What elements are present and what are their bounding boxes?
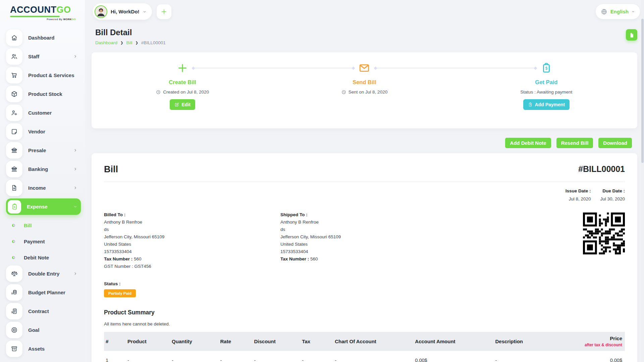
- billed-to-block: Billed To :Anthony B RenfroedsJefferson …: [104, 213, 280, 269]
- step-meta: Created on Jul 8, 2020: [92, 89, 273, 95]
- bank-icon: [6, 142, 22, 159]
- address-line: United States: [104, 242, 280, 247]
- price-note: after tax & discount: [558, 343, 622, 347]
- shipped-to-block: Shipped To :Anthony B RenfroedsJefferson…: [280, 213, 457, 269]
- avatar: [95, 5, 107, 18]
- chevron-right-icon: [73, 148, 77, 153]
- column-header-price: Priceafter tax & discount: [555, 332, 625, 351]
- sidebar-item-goal[interactable]: Goal: [6, 322, 81, 338]
- sidebar-item-label: Product & Services: [28, 72, 74, 78]
- issue-date-value: Jul 8, 2020: [566, 196, 591, 201]
- address-line: 15733533404: [280, 249, 457, 254]
- sidebar-item-double-entry[interactable]: Double Entry: [6, 265, 81, 282]
- due-date-value: Jul 30, 2020: [600, 196, 625, 201]
- sidebar-item-dashboard[interactable]: Dashboard: [6, 29, 81, 46]
- status-badge: Partialy Paid: [104, 289, 136, 297]
- sidebar-subitem-debit-note[interactable]: Debit Note: [6, 249, 85, 265]
- document-icon: [6, 180, 22, 196]
- button-label: Edit: [181, 102, 190, 107]
- svg-text:$: $: [530, 104, 531, 106]
- sidebar-subitem-label: Payment: [24, 239, 45, 244]
- bill-dates: Issue Date : Jul 8, 2020 Due Date : Jul …: [104, 188, 625, 201]
- breadcrumb: Dashboard❯Bill❯#BILL00001: [95, 40, 166, 45]
- user-menu[interactable]: Hi, WorkDo!: [93, 3, 152, 20]
- sidebar-subitem-label: Debit Note: [24, 255, 49, 260]
- button-label: Add Payment: [535, 102, 565, 107]
- resend-bill-button[interactable]: Resend Bill: [556, 138, 593, 148]
- svg-text:$: $: [11, 311, 13, 314]
- column-header-rate: Rate: [218, 332, 252, 351]
- sidebar-item-budget-planner[interactable]: $Budget Planner: [6, 284, 81, 301]
- document-icon: [629, 33, 634, 38]
- sidebar: ACCOUNTGO Powered By WORKDO DashboardSta…: [0, 0, 85, 362]
- sidebar-item-label: Goal: [28, 327, 39, 333]
- address-label: Shipped To :: [280, 213, 457, 217]
- sidebar-item-product-services[interactable]: Product & Services: [6, 67, 81, 83]
- cart-icon: [6, 67, 22, 83]
- sidebar-subitem-bill[interactable]: Bill: [6, 217, 85, 233]
- sidebar-item-banking[interactable]: Banking: [6, 161, 81, 177]
- divider: [104, 182, 625, 182]
- cell-product: -: [125, 351, 169, 362]
- chevron-down-icon: [631, 10, 635, 13]
- address-line: United States: [280, 242, 457, 247]
- edit-button[interactable]: Edit: [170, 99, 195, 110]
- app-logo[interactable]: ACCOUNTGO Powered By WORKDO: [0, 0, 85, 21]
- scales-icon: [6, 265, 22, 282]
- page-header: Bill Detail Dashboard❯Bill❯#BILL00001: [92, 28, 637, 45]
- note-icon: [6, 123, 22, 140]
- envelope-icon: [359, 62, 370, 74]
- cell-price: 0.00$: [555, 351, 625, 362]
- sidebar-item-income[interactable]: Income: [6, 180, 81, 196]
- address-labeled-line: Tax Number : 560: [104, 257, 280, 261]
- sidebar-item-label: Budget Planner: [28, 290, 65, 295]
- globe-icon: [601, 8, 607, 15]
- logo-powered-by: Powered By WORKDO: [10, 18, 76, 21]
- sidebar-item-label: Staff: [28, 54, 39, 59]
- plus-icon: [177, 62, 188, 74]
- step-title: Get Paid: [455, 79, 637, 85]
- sidebar-item-presale[interactable]: Presale: [6, 142, 81, 159]
- dollar-stack-icon: $: [6, 284, 22, 301]
- home-icon: [6, 29, 22, 46]
- sidebar-item-expense[interactable]: $Expense: [6, 198, 81, 215]
- breadcrumb-dashboard[interactable]: Dashboard: [95, 40, 117, 45]
- clipboard-dollar-icon: $: [528, 102, 533, 107]
- sidebar-item-product-stock[interactable]: Product Stock: [6, 86, 81, 102]
- status-label: Status :: [104, 281, 625, 286]
- sidebar-item-staff[interactable]: Staff: [6, 48, 81, 65]
- table-row: 1------0.00$-0.00$: [104, 351, 625, 362]
- breadcrumb-bill[interactable]: Bill: [126, 40, 132, 45]
- add-payment-button[interactable]: $Add Payment: [523, 99, 570, 110]
- plus-icon: [161, 8, 167, 15]
- cell-account-amount: 0.00$: [412, 351, 492, 362]
- column-header-quantity: Quantity: [169, 332, 217, 351]
- due-date-label: Due Date :: [600, 188, 625, 193]
- add-debit-note-button[interactable]: Add Debit Note: [505, 138, 551, 148]
- sidebar-item-vendor[interactable]: Vendor: [6, 123, 81, 140]
- sidebar-item-contract[interactable]: $Contract: [6, 303, 81, 319]
- logo-underline: [10, 16, 60, 17]
- chevron-down-icon: [143, 10, 147, 14]
- column-header-product: Product: [125, 332, 169, 351]
- sidebar-item-assets[interactable]: Assets: [6, 341, 81, 357]
- cell-: 1: [104, 351, 125, 362]
- greeting-label: Hi, WorkDo!: [111, 9, 140, 14]
- address-label: Billed To :: [104, 213, 280, 217]
- sidebar-item-label: Double Entry: [28, 271, 59, 277]
- progress-step-send-bill: Send BillSent on Jul 8, 2020: [273, 52, 455, 128]
- bill-actions: Add Debit NoteResend BillDownload: [92, 138, 637, 148]
- chevron-right-icon: [73, 272, 77, 276]
- language-label: English: [610, 9, 629, 14]
- bill-number: #BILL00001: [578, 164, 625, 174]
- export-document-button[interactable]: [626, 29, 637, 41]
- issue-date-label: Issue Date :: [566, 188, 591, 193]
- quick-add-button[interactable]: [157, 4, 171, 19]
- address-line: ds: [104, 227, 280, 232]
- address-labeled-line: Tax Number : 560: [280, 257, 457, 261]
- scrollbar-thumb[interactable]: [641, 19, 644, 163]
- language-selector[interactable]: English: [596, 4, 640, 19]
- download-button[interactable]: Download: [598, 138, 632, 148]
- sidebar-item-customer[interactable]: Customer: [6, 105, 81, 121]
- sidebar-subitem-payment[interactable]: Payment: [6, 233, 85, 249]
